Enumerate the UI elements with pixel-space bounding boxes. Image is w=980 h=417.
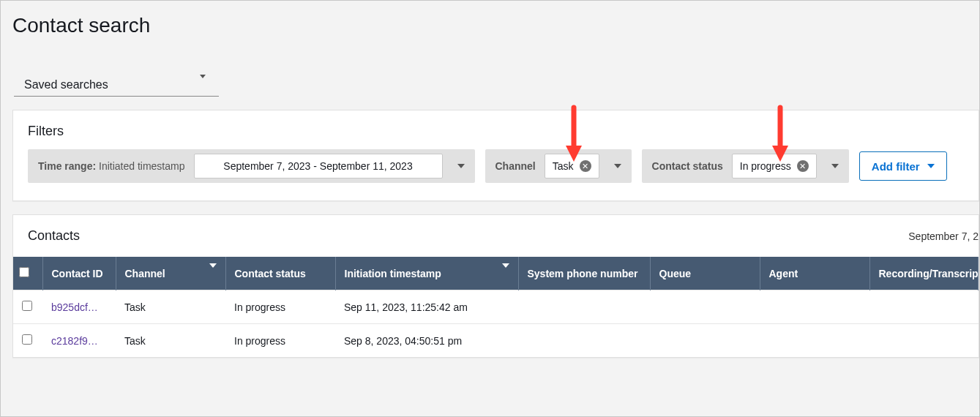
filter-time-range-caret[interactable]: [447, 149, 475, 183]
cell-system-phone: [518, 324, 650, 358]
cell-initiation-ts: Sep 8, 2023, 04:50:51 pm: [335, 324, 518, 358]
cell-agent: [760, 290, 869, 324]
filter-time-range-label: Time range: Initiated timestamp: [28, 160, 194, 172]
caret-down-icon: [200, 78, 206, 91]
contacts-table: Contact ID Channel Contact status Initia…: [13, 257, 979, 357]
cell-status: In progress: [225, 290, 335, 324]
caret-down-icon: [831, 164, 839, 168]
col-channel[interactable]: Channel: [116, 257, 225, 290]
caret-down-icon: [209, 268, 217, 279]
filter-channel-chip-text: Task: [553, 160, 574, 172]
filter-contact-status-caret[interactable]: [821, 149, 849, 183]
filters-card: Filters Time range: Initiated timestamp …: [12, 110, 979, 201]
select-all-checkbox[interactable]: [19, 267, 29, 277]
contacts-date-summary: September 7, 2: [908, 230, 979, 242]
filter-channel-chip[interactable]: Task ✕: [545, 154, 599, 179]
caret-down-icon: [502, 268, 509, 279]
col-initiation-ts[interactable]: Initiation timestamp: [335, 257, 518, 290]
filter-contact-status: Contact status In progress ✕: [642, 149, 849, 183]
row-checkbox[interactable]: [22, 301, 32, 311]
saved-searches-label: Saved searches: [24, 78, 108, 91]
cell-queue: [650, 324, 760, 358]
cell-initiation-ts: Sep 11, 2023, 11:25:42 am: [335, 290, 518, 324]
col-queue[interactable]: Queue: [650, 257, 760, 290]
caret-down-icon: [614, 164, 621, 168]
cell-channel: Task: [116, 324, 225, 358]
filter-channel-label: Channel: [485, 160, 545, 172]
col-checkbox[interactable]: [13, 257, 42, 290]
saved-searches-dropdown[interactable]: Saved searches: [14, 74, 219, 97]
contacts-card: Contacts September 7, 2 Contact ID: [12, 214, 979, 358]
col-contact-status[interactable]: Contact status: [225, 257, 335, 290]
cell-agent: [760, 324, 869, 358]
page-title: Contact search: [1, 1, 979, 37]
filter-time-range-value[interactable]: September 7, 2023 - September 11, 2023: [194, 154, 443, 179]
contact-id-link[interactable]: b925dcf…: [51, 301, 98, 313]
cell-channel: Task: [116, 290, 225, 324]
remove-status-icon[interactable]: ✕: [797, 160, 809, 172]
filter-contact-status-label: Contact status: [642, 160, 732, 172]
col-contact-id[interactable]: Contact ID: [42, 257, 116, 290]
filter-time-range-text: September 7, 2023 - September 11, 2023: [223, 160, 412, 172]
filter-contact-status-chip[interactable]: In progress ✕: [732, 154, 817, 179]
cell-recording: [869, 324, 979, 358]
col-system-phone[interactable]: System phone number: [518, 257, 650, 290]
cell-queue: [650, 290, 760, 324]
filters-section-title: Filters: [13, 110, 979, 149]
remove-channel-icon[interactable]: ✕: [580, 160, 591, 172]
filter-channel-caret[interactable]: [604, 149, 632, 183]
row-checkbox[interactable]: [22, 334, 32, 345]
add-filter-label: Add filter: [872, 160, 920, 173]
add-filter-button[interactable]: Add filter: [859, 151, 947, 181]
cell-system-phone: [518, 290, 650, 324]
caret-down-icon: [927, 164, 935, 168]
cell-recording: [869, 290, 979, 324]
cell-status: In progress: [225, 324, 335, 358]
filter-time-range: Time range: Initiated timestamp Septembe…: [28, 149, 475, 183]
col-recording[interactable]: Recording/Transcrip: [869, 257, 979, 290]
col-agent[interactable]: Agent: [760, 257, 869, 290]
table-header-row: Contact ID Channel Contact status Initia…: [13, 257, 979, 290]
filter-contact-status-chip-text: In progress: [740, 160, 791, 172]
filter-channel: Channel Task ✕: [485, 149, 632, 183]
contacts-section-title: Contacts: [28, 228, 80, 244]
table-row: b925dcf… Task In progress Sep 11, 2023, …: [13, 290, 979, 324]
contact-id-link[interactable]: c2182f9…: [51, 335, 98, 347]
table-row: c2182f9… Task In progress Sep 8, 2023, 0…: [13, 324, 979, 358]
caret-down-icon: [457, 164, 465, 168]
